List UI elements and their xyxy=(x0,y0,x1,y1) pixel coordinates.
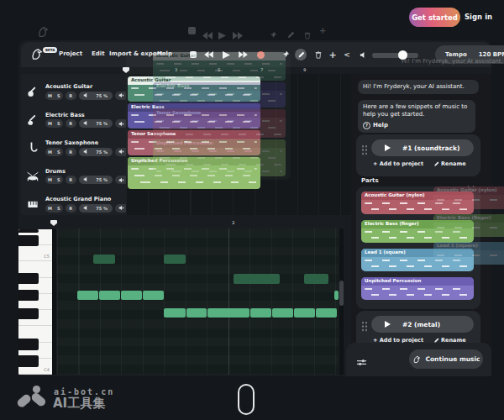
record-arm-button[interactable]: R xyxy=(66,119,76,128)
part-block[interactable]: Unpitched Percussion xyxy=(361,277,474,300)
assistant-message-text: Here are a few snippets of music to help… xyxy=(363,103,467,118)
record-arm-button[interactable]: R xyxy=(66,176,76,184)
drag-handle[interactable] xyxy=(361,321,368,332)
saxophone-icon xyxy=(26,141,41,156)
part-notes-decoration xyxy=(437,199,504,201)
piano-roll-ruler[interactable]: 2 xyxy=(57,220,339,228)
track-row[interactable]: Electric BassMSR75 % xyxy=(24,110,123,137)
midi-note[interactable] xyxy=(99,291,120,300)
add-tool-button[interactable]: + xyxy=(327,49,339,60)
menu-edit[interactable]: Edit xyxy=(92,50,105,57)
master-volume-button[interactable] xyxy=(357,49,369,60)
midi-note[interactable] xyxy=(121,291,142,300)
record-arm-button[interactable]: R xyxy=(66,92,76,100)
volume-icon xyxy=(81,205,92,212)
add-to-project-label: Add to project xyxy=(380,160,423,167)
parts-header[interactable]: Parts xyxy=(361,177,379,184)
midi-note[interactable] xyxy=(143,291,164,300)
midi-note[interactable] xyxy=(294,308,315,318)
midi-note[interactable] xyxy=(272,308,293,318)
fast-forward-icon xyxy=(233,27,243,43)
sign-in-button[interactable]: Sign in xyxy=(465,13,492,21)
piano-key-black[interactable] xyxy=(18,229,39,233)
track-name: Acoustic Grand Piano xyxy=(45,196,111,202)
plus-icon: + xyxy=(319,26,326,35)
keys-scrollbar[interactable] xyxy=(52,228,56,375)
key-label: C5 xyxy=(44,254,50,259)
track-volume[interactable]: 75 % xyxy=(79,176,113,184)
part-name: Unpitched Percussion xyxy=(361,277,474,286)
part-block-ghost: Acoustic Guitar (nylon) xyxy=(433,186,504,209)
track-volume[interactable]: 75 % xyxy=(79,92,113,100)
midi-note[interactable] xyxy=(316,308,337,318)
record-arm-button[interactable]: R xyxy=(66,204,76,213)
watermark-title: AI工具集 xyxy=(53,396,105,412)
bar-line xyxy=(228,228,229,375)
track-row[interactable]: Tenor SaxophoneMSR75 % xyxy=(24,138,123,165)
midi-note[interactable] xyxy=(164,308,186,318)
mute-solo-group: MS xyxy=(45,92,63,100)
trash-icon xyxy=(314,50,323,59)
track-row[interactable]: Acoustic Grand PianoMSR75 % xyxy=(24,194,123,221)
delete-tool-button[interactable] xyxy=(312,49,324,60)
get-started-button[interactable]: Get started xyxy=(409,8,460,27)
piano-key-black[interactable] xyxy=(18,339,39,350)
mute-button[interactable]: M xyxy=(45,150,55,155)
midi-note[interactable] xyxy=(207,308,249,318)
solo-button[interactable]: S xyxy=(55,150,63,155)
midi-note[interactable] xyxy=(186,308,207,318)
solo-button[interactable]: S xyxy=(55,121,63,126)
scroll-capsule-icon xyxy=(238,384,255,415)
mute-solo-group: MS xyxy=(45,176,63,184)
snippet-play-button[interactable]: #1 (soundtrack) xyxy=(371,139,474,156)
continue-music-button[interactable]: Continue music xyxy=(409,349,483,369)
piano-roll-grid[interactable] xyxy=(57,228,339,375)
solo-button[interactable]: S xyxy=(55,206,63,211)
stop-icon xyxy=(188,27,196,34)
piano-key-black[interactable] xyxy=(18,355,39,367)
track-row[interactable]: Acoustic GuitarMSR75 % xyxy=(24,81,123,108)
piano-key-black[interactable] xyxy=(18,290,39,301)
mute-button[interactable]: M xyxy=(45,121,55,126)
clip-name: Electric Bass xyxy=(153,82,286,91)
help-link[interactable]: ? Help xyxy=(363,122,470,129)
solo-button[interactable]: S xyxy=(55,93,63,98)
pencil-tool-button[interactable] xyxy=(295,49,307,60)
rewind-icon xyxy=(202,27,213,43)
piano-key-white[interactable]: C5 xyxy=(18,245,52,261)
midi-note[interactable] xyxy=(304,274,328,284)
midi-note[interactable] xyxy=(234,274,280,284)
snippet-play-button[interactable]: #2 (metal) xyxy=(371,316,474,333)
track-row[interactable]: DrumsMSR75 % xyxy=(24,166,123,193)
track-volume[interactable]: 75 % xyxy=(79,204,113,213)
track-volume[interactable]: 75 % xyxy=(79,148,113,156)
piano-key-black[interactable] xyxy=(18,235,39,246)
piano-key-black[interactable] xyxy=(18,308,39,319)
track-volume[interactable]: 75 % xyxy=(79,119,113,128)
midi-note[interactable] xyxy=(164,255,186,264)
trash-icon xyxy=(303,27,312,43)
scrollbar-thumb[interactable] xyxy=(339,281,344,306)
assistant-message: Hi! I'm Fryderyk, your AI assistant. xyxy=(358,80,479,94)
midi-note[interactable] xyxy=(93,255,115,264)
record-arm-button[interactable]: R xyxy=(66,148,76,156)
menu-project[interactable]: Project xyxy=(59,50,82,57)
snap-tool-button[interactable]: < xyxy=(341,49,353,60)
solo-button[interactable]: S xyxy=(55,177,63,182)
midi-note[interactable] xyxy=(334,291,339,300)
clip-notes-decoration xyxy=(156,120,282,122)
drag-handle[interactable] xyxy=(361,144,368,155)
arrangement-clip-ghost: Tenor Saxophone xyxy=(153,109,286,138)
piano-roll-scrollbar[interactable] xyxy=(339,228,344,375)
mute-button[interactable]: M xyxy=(45,177,55,182)
mute-button[interactable]: M xyxy=(45,206,55,211)
add-to-project-button[interactable]: + Add to project xyxy=(373,160,423,167)
piano-key-black[interactable] xyxy=(18,273,39,284)
mute-button[interactable]: M xyxy=(45,93,55,98)
sliders-icon[interactable] xyxy=(356,354,367,370)
midi-note[interactable] xyxy=(250,308,271,318)
midi-note[interactable] xyxy=(77,291,98,300)
clip-notes-decoration xyxy=(156,127,282,129)
clip-name: Unpitched Percussion xyxy=(153,139,286,148)
rename-button[interactable]: Rename xyxy=(433,160,466,167)
